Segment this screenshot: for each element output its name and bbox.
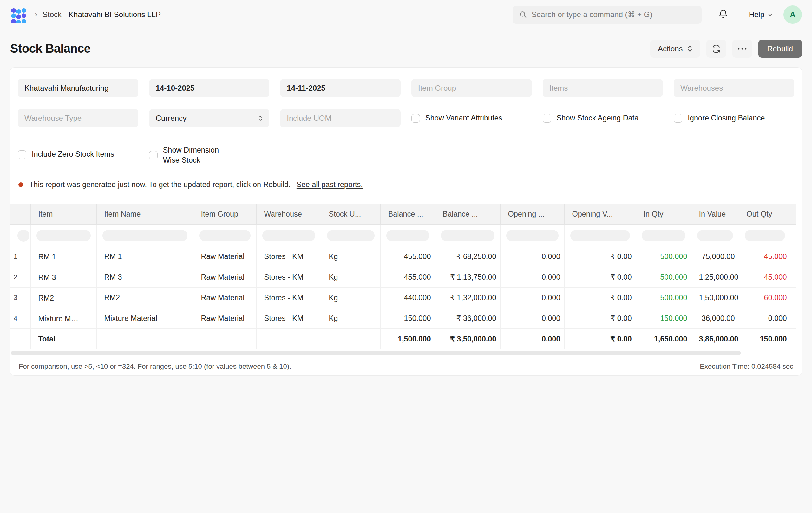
- more-options-button[interactable]: [732, 40, 752, 58]
- table-cell[interactable]: Mixture Material: [96, 308, 193, 329]
- column-header-opening-qty[interactable]: Opening ...: [500, 204, 564, 225]
- table-cell[interactable]: Kg: [321, 308, 380, 329]
- actions-button[interactable]: Actions: [650, 40, 700, 58]
- table-cell[interactable]: RM 3: [30, 267, 96, 288]
- table-cell[interactable]: Stores - KM: [256, 288, 321, 308]
- table-cell[interactable]: ₹ 0.00: [564, 267, 636, 288]
- table-cell[interactable]: ₹ 0.00: [564, 288, 636, 308]
- refresh-button[interactable]: [706, 40, 726, 58]
- column-header-item-name[interactable]: Item Name: [96, 204, 193, 225]
- search-input[interactable]: Search or type a command (⌘ + G): [513, 6, 702, 24]
- column-header-item[interactable]: Item: [30, 204, 96, 225]
- column-filter-input[interactable]: [506, 230, 558, 241]
- table-cell[interactable]: Raw Material: [193, 246, 256, 267]
- column-header-out-value[interactable]: Out Value: [791, 204, 796, 225]
- column-header-stock-uom[interactable]: Stock U...: [321, 204, 380, 225]
- checkbox-include-zero-stock-items[interactable]: Include Zero Stock Items: [18, 149, 114, 159]
- table-cell[interactable]: 0.000: [500, 246, 564, 267]
- column-header-item-group[interactable]: Item Group: [193, 204, 256, 225]
- app-logo-icon[interactable]: [10, 6, 27, 23]
- help-menu[interactable]: Help: [749, 10, 773, 19]
- table-cell[interactable]: 0.000: [500, 308, 564, 329]
- table-cell[interactable]: Kg: [321, 288, 380, 308]
- table-cell[interactable]: Kg: [321, 246, 380, 267]
- checkbox-show-dimension-wise-stock[interactable]: Show Dimension Wise Stock: [149, 145, 231, 165]
- currency-select[interactable]: Currency: [149, 109, 270, 127]
- column-filter-input[interactable]: [262, 230, 315, 241]
- column-filter-input[interactable]: [386, 230, 429, 241]
- table-cell[interactable]: ₹ 36,000.00: [435, 308, 500, 329]
- table-cell[interactable]: 60.000: [739, 288, 791, 308]
- table-cell[interactable]: ₹ 1,13,750.00: [435, 267, 500, 288]
- table-cell[interactable]: RM 1: [96, 246, 193, 267]
- table-cell[interactable]: [791, 308, 796, 329]
- table-cell[interactable]: 45.000: [739, 246, 791, 267]
- table-cell[interactable]: ₹ 68,250.00: [435, 246, 500, 267]
- table-cell[interactable]: Mixture Material: [30, 308, 96, 329]
- table-cell[interactable]: 45.000: [739, 267, 791, 288]
- bell-icon[interactable]: [717, 8, 729, 21]
- column-header-out-qty[interactable]: Out Qty: [739, 204, 791, 225]
- include-uom-filter[interactable]: Include UOM: [280, 109, 401, 127]
- column-header-opening-value[interactable]: Opening V...: [564, 204, 636, 225]
- table-cell[interactable]: 6,750.00: [791, 246, 796, 267]
- table-cell[interactable]: RM 3: [96, 267, 193, 288]
- item-group-filter[interactable]: Item Group: [411, 79, 532, 97]
- warehouse-type-filter[interactable]: Warehouse Type: [18, 109, 138, 127]
- checkbox-show-stock-ageing-data[interactable]: Show Stock Ageing Data: [543, 113, 639, 123]
- column-filter-input[interactable]: [441, 230, 494, 241]
- column-header-balance-qty[interactable]: Balance ...: [380, 204, 435, 225]
- column-filter-input[interactable]: [642, 230, 686, 241]
- table-cell[interactable]: Raw Material: [193, 308, 256, 329]
- table-cell[interactable]: 440.000: [380, 288, 435, 308]
- checkbox-show-variant-attributes[interactable]: Show Variant Attributes: [411, 113, 502, 123]
- table-cell[interactable]: 1,50,000.00: [691, 288, 739, 308]
- horizontal-scrollbar[interactable]: [11, 351, 796, 355]
- scrollbar-thumb[interactable]: [11, 351, 741, 355]
- company-filter[interactable]: Khatavahi Manufacturing: [18, 79, 138, 97]
- to-date-filter[interactable]: 14-11-2025: [280, 79, 401, 97]
- items-filter[interactable]: Items: [543, 79, 663, 97]
- column-header-warehouse[interactable]: Warehouse: [256, 204, 321, 225]
- column-filter-input[interactable]: [199, 230, 251, 241]
- table-cell[interactable]: ₹ 1,32,000.00: [435, 288, 500, 308]
- past-reports-link[interactable]: See all past reports.: [296, 180, 363, 189]
- table-cell[interactable]: 150.000: [380, 308, 435, 329]
- table-cell[interactable]: Stores - KM: [256, 267, 321, 288]
- table-cell[interactable]: Stores - KM: [256, 246, 321, 267]
- column-filter-input[interactable]: [570, 230, 630, 241]
- table-cell[interactable]: ₹ 0.00: [564, 246, 636, 267]
- table-cell[interactable]: 36,000.00: [691, 308, 739, 329]
- table-cell[interactable]: 18,000.00: [791, 288, 796, 308]
- checkbox-ignore-closing-balance[interactable]: Ignore Closing Balance: [674, 113, 765, 123]
- column-header-in-qty[interactable]: In Qty: [636, 204, 691, 225]
- column-header-balance-value[interactable]: Balance ...: [435, 204, 500, 225]
- table-cell[interactable]: 11,250.00: [791, 267, 796, 288]
- table-cell[interactable]: RM2: [96, 288, 193, 308]
- column-header-in-value[interactable]: In Value: [691, 204, 739, 225]
- row-filter-circle[interactable]: [18, 230, 29, 242]
- table-cell[interactable]: 500.000: [636, 288, 691, 308]
- breadcrumb-section[interactable]: Stock: [42, 10, 61, 19]
- rebuild-button[interactable]: Rebuild: [758, 40, 802, 58]
- table-cell[interactable]: Kg: [321, 267, 380, 288]
- from-date-filter[interactable]: 14-10-2025: [149, 79, 270, 97]
- table-cell[interactable]: 1,25,000.00: [691, 267, 739, 288]
- table-cell[interactable]: 75,000.00: [691, 246, 739, 267]
- table-cell[interactable]: 455.000: [380, 246, 435, 267]
- column-filter-input[interactable]: [36, 230, 91, 241]
- table-cell[interactable]: 0.000: [739, 308, 791, 329]
- table-cell[interactable]: RM2: [30, 288, 96, 308]
- table-cell[interactable]: Stores - KM: [256, 308, 321, 329]
- column-filter-input[interactable]: [103, 230, 187, 241]
- table-cell[interactable]: 455.000: [380, 267, 435, 288]
- table-cell[interactable]: 0.000: [500, 288, 564, 308]
- column-filter-input[interactable]: [327, 230, 375, 241]
- table-cell[interactable]: ₹ 0.00: [564, 308, 636, 329]
- avatar[interactable]: A: [783, 5, 802, 24]
- warehouses-filter[interactable]: Warehouses: [674, 79, 794, 97]
- table-cell[interactable]: 0.000: [500, 267, 564, 288]
- table-cell[interactable]: 500.000: [636, 246, 691, 267]
- table-cell[interactable]: 150.000: [636, 308, 691, 329]
- column-filter-input[interactable]: [745, 230, 785, 241]
